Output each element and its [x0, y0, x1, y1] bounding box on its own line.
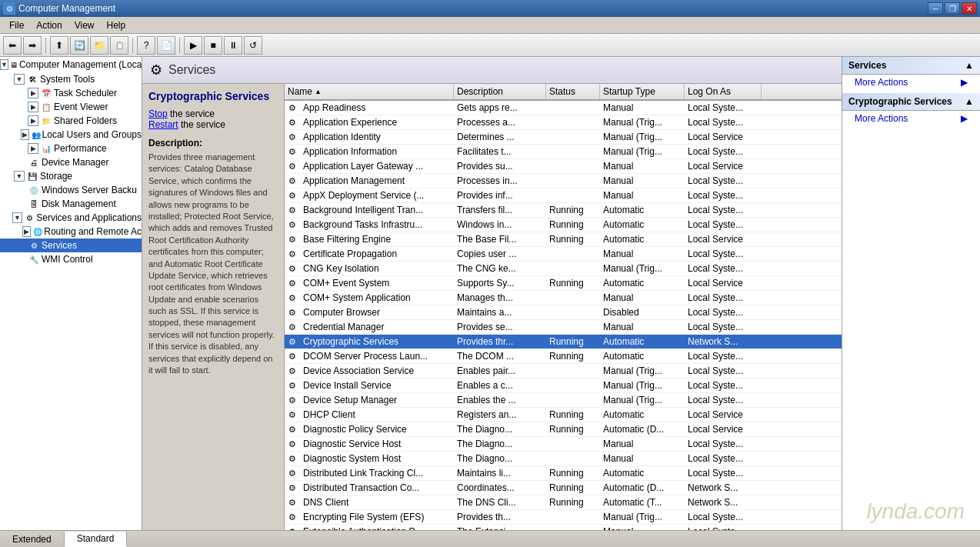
tree-services-apps[interactable]: ▼ ⚙ Services and Applications: [0, 211, 142, 225]
storage-expand[interactable]: ▼: [14, 171, 25, 182]
restore-button[interactable]: ❐: [945, 2, 960, 15]
tree-services[interactable]: ⚙ Services: [0, 238, 142, 252]
toolbar-btn-restart[interactable]: ↺: [244, 36, 262, 55]
table-row[interactable]: ⚙Distributed Link Tracking Cl...Maintain…: [285, 466, 842, 481]
routing-expand[interactable]: ▶: [22, 226, 32, 237]
table-row[interactable]: ⚙Certificate PropagationCopies user ...M…: [285, 247, 842, 262]
table-row[interactable]: ⚙Device Setup ManagerEnables the ...Manu…: [285, 393, 842, 408]
tree-wmi[interactable]: 🔧 WMI Control: [0, 252, 142, 266]
action-more-crypto[interactable]: More Actions▶: [842, 111, 980, 126]
table-row[interactable]: ⚙Application InformationFacilitates t...…: [285, 145, 842, 159]
table-row[interactable]: ⚙COM+ Event SystemSupports Sy...RunningA…: [285, 276, 842, 291]
col-desc-header[interactable]: Description: [454, 84, 546, 99]
table-row[interactable]: ⚙Application ManagementProcesses in...Ma…: [285, 174, 842, 188]
tree-win-server-backup[interactable]: 💿 Windows Server Backu: [0, 183, 142, 197]
col-startup-header[interactable]: Startup Type: [600, 84, 685, 99]
table-row[interactable]: ⚙Application ExperienceProcesses a...Man…: [285, 115, 842, 130]
table-row[interactable]: ⚙CNG Key IsolationThe CNG ke...Manual (T…: [285, 262, 842, 276]
service-status-cell: [546, 457, 600, 460]
action-more-services[interactable]: More Actions▶: [842, 75, 980, 90]
event-viewer-expand[interactable]: ▶: [28, 102, 38, 112]
tree-local-users[interactable]: ▶ 👥 Local Users and Groups: [0, 128, 142, 142]
service-icon: ⚙: [285, 175, 300, 187]
table-row[interactable]: ⚙Encrypting File System (EFS)Provides th…: [285, 510, 842, 525]
actions-collapse-crypto[interactable]: ▲: [965, 96, 974, 107]
service-desc-cell: The CNG ke...: [454, 262, 546, 275]
toolbar-btn-1[interactable]: ⬅: [3, 36, 22, 55]
tree-shared-folders[interactable]: ▶ 📁 Shared Folders: [0, 114, 142, 128]
table-row[interactable]: ⚙Diagnostic Policy ServiceThe Diagno...R…: [285, 422, 842, 437]
table-row[interactable]: ⚙Distributed Transaction Co...Coordinate…: [285, 481, 842, 495]
tree-performance[interactable]: ▶ 📊 Performance: [0, 142, 142, 155]
service-icon: ⚙: [285, 277, 300, 289]
shared-folders-expand[interactable]: ▶: [28, 115, 38, 126]
toolbar-btn-refresh[interactable]: 🔄: [70, 36, 88, 55]
table-row[interactable]: ⚙DHCP ClientRegisters an...RunningAutoma…: [285, 408, 842, 422]
table-row[interactable]: ⚙Credential ManagerProvides se...ManualL…: [285, 320, 842, 335]
tree-event-viewer[interactable]: ▶ 📋 Event Viewer: [0, 100, 142, 114]
task-scheduler-icon: 📅: [40, 87, 52, 99]
toolbar-btn-stop[interactable]: ■: [204, 36, 222, 55]
tree-task-scheduler[interactable]: ▶ 📅 Task Scheduler: [0, 86, 142, 100]
toolbar-btn-pause[interactable]: ⏸: [224, 36, 242, 55]
menubar: File Action View Help: [0, 17, 980, 34]
service-status-cell: [546, 369, 600, 372]
table-row[interactable]: ⚙Device Install ServiceEnables a c...Man…: [285, 379, 842, 393]
service-logon-cell: Local Syste...: [685, 188, 762, 202]
tree-routing[interactable]: ▶ 🌐 Routing and Remote Ac: [0, 225, 142, 238]
actions-collapse-services[interactable]: ▲: [965, 60, 974, 71]
tree-storage[interactable]: ▼ 💾 Storage: [0, 169, 142, 183]
tree-system-tools[interactable]: ▼ 🛠 System Tools: [0, 72, 142, 86]
tab-standard[interactable]: Standard: [65, 532, 128, 547]
table-row[interactable]: ⚙Diagnostic System HostThe Diagno...Manu…: [285, 452, 842, 466]
services-apps-expand[interactable]: ▼: [12, 212, 22, 223]
service-desc-cell: Manages th...: [454, 291, 546, 305]
toolbar-btn-3[interactable]: 📁: [90, 36, 108, 55]
col-name-header[interactable]: Name▲: [285, 84, 454, 99]
root-expand[interactable]: ▼: [0, 59, 8, 70]
table-row[interactable]: ⚙AppX Deployment Service (...Provides in…: [285, 188, 842, 203]
table-row[interactable]: ⚙Cryptographic ServicesProvides thr...Ru…: [285, 335, 842, 349]
table-row[interactable]: ⚙DNS ClientThe DNS Cli...RunningAutomati…: [285, 495, 842, 510]
tree-device-manager[interactable]: 🖨 Device Manager: [0, 155, 142, 169]
close-button[interactable]: ✕: [962, 2, 977, 15]
col-logon-header[interactable]: Log On As: [685, 84, 762, 99]
tree-disk-management[interactable]: 🗄 Disk Management: [0, 197, 142, 211]
toolbar-btn-2[interactable]: ➡: [23, 36, 42, 55]
menu-action[interactable]: Action: [30, 18, 68, 32]
stop-link[interactable]: Stop: [148, 108, 168, 119]
system-tools-expand[interactable]: ▼: [14, 74, 25, 85]
toolbar-btn-help[interactable]: ?: [137, 36, 155, 55]
menu-help[interactable]: Help: [101, 18, 132, 32]
toolbar-btn-play[interactable]: ▶: [184, 36, 202, 55]
toolbar-btn-4[interactable]: 📋: [110, 36, 128, 55]
task-scheduler-expand[interactable]: ▶: [28, 88, 38, 98]
tab-extended[interactable]: Extended: [0, 532, 65, 546]
toolbar-btn-5[interactable]: 📄: [157, 36, 175, 55]
table-row[interactable]: ⚙Computer BrowserMaintains a...DisabledL…: [285, 305, 842, 320]
content-area: Cryptographic Services Stop the service …: [142, 84, 842, 530]
table-row[interactable]: ⚙Diagnostic Service HostThe Diagno...Man…: [285, 437, 842, 452]
restart-link[interactable]: Restart: [148, 119, 178, 130]
toolbar-btn-up[interactable]: ⬆: [50, 36, 68, 55]
table-row[interactable]: ⚙Device Association ServiceEnables pair.…: [285, 364, 842, 379]
menu-view[interactable]: View: [68, 18, 101, 32]
service-name-cell: DHCP Client: [300, 408, 454, 422]
table-row[interactable]: ⚙COM+ System ApplicationManages th...Man…: [285, 291, 842, 305]
local-users-expand[interactable]: ▶: [21, 129, 29, 140]
minimize-button[interactable]: ─: [928, 2, 943, 15]
performance-expand[interactable]: ▶: [28, 143, 38, 154]
table-row[interactable]: ⚙Extensible Authentication P...The Exten…: [285, 525, 842, 530]
tree-root[interactable]: ▼ 🖥 Computer Management (Local: [0, 57, 142, 72]
table-row[interactable]: ⚙Application Layer Gateway ...Provides s…: [285, 159, 842, 174]
service-startup-cell: Manual: [600, 291, 685, 305]
table-row[interactable]: ⚙App ReadinessGets apps re...ManualLocal…: [285, 101, 842, 115]
menu-file[interactable]: File: [3, 18, 30, 32]
table-row[interactable]: ⚙DCOM Server Process Laun...The DCOM ...…: [285, 349, 842, 364]
table-row[interactable]: ⚙Background Tasks Infrastru...Windows in…: [285, 218, 842, 232]
col-status-header[interactable]: Status: [546, 84, 600, 99]
table-row[interactable]: ⚙Base Filtering EngineThe Base Fil...Run…: [285, 232, 842, 247]
table-row[interactable]: ⚙Background Intelligent Tran...Transfers…: [285, 203, 842, 218]
service-logon-cell: Local Syste...: [685, 452, 762, 465]
table-row[interactable]: ⚙Application IdentityDetermines ...Manua…: [285, 130, 842, 145]
